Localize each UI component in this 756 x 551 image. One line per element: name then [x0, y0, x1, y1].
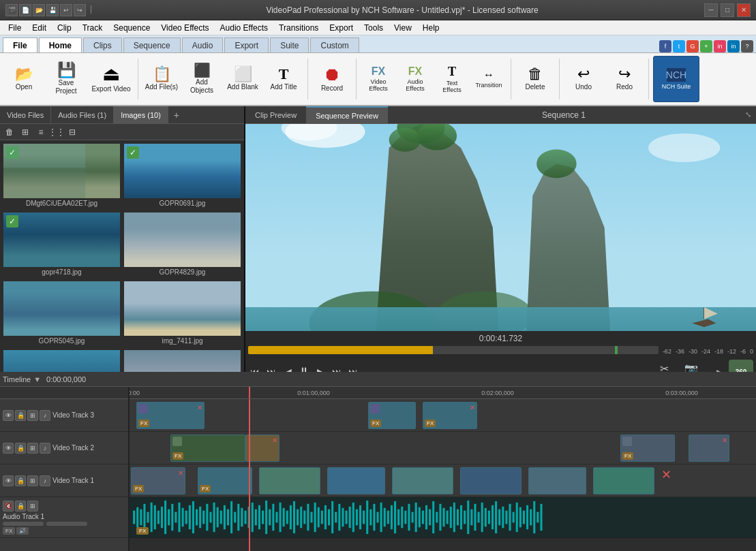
clip-delete-v2-far2[interactable]: ✕ — [722, 437, 727, 444]
media-item[interactable]: ✓ DMgt6CiUEAA02ET.jpg — [3, 143, 121, 209]
menu-clip[interactable]: Clip — [52, 22, 77, 34]
audio-effects-button[interactable]: FX Audio Effects — [397, 56, 433, 102]
redo-title-icon[interactable]: ↪ — [74, 4, 86, 16]
nch-suite-button[interactable]: NCH NCH Suite — [653, 56, 699, 102]
clip-v1-2[interactable]: FX — [198, 467, 252, 494]
tab-suite[interactable]: Suite — [270, 37, 309, 52]
track-mute-v2[interactable]: 👁 — [3, 443, 14, 454]
close-button[interactable]: ✕ — [737, 3, 751, 17]
clip-v2-far1[interactable]: FX — [620, 435, 675, 462]
track-lock-a1[interactable]: 🔒 — [15, 501, 26, 511]
preview-progress-bar[interactable] — [248, 346, 659, 354]
save-icon[interactable]: 💾 — [46, 4, 59, 16]
track-vol-v2[interactable]: ♪ — [40, 443, 50, 454]
record-button[interactable]: ⏺ Record — [312, 56, 352, 102]
open-icon[interactable]: 📂 — [33, 4, 45, 16]
video-effects-button[interactable]: FX Video Effects — [361, 56, 396, 102]
track-lock-v1[interactable]: 🔒 — [15, 475, 26, 486]
add-media-tab-button[interactable]: + — [168, 107, 185, 123]
help-social-icon[interactable]: ? — [741, 40, 753, 52]
track-grid-v3[interactable]: ⊞ — [27, 410, 38, 421]
text-effects-button[interactable]: T Text Effects — [434, 56, 470, 102]
clip-delete-v1-1[interactable]: ✕ — [178, 469, 183, 477]
tab-audio[interactable]: Audio — [182, 37, 224, 52]
track-vol-v3[interactable]: ♪ — [40, 410, 50, 421]
media-sort-tool[interactable]: ⊟ — [65, 125, 79, 139]
audio-vol-button[interactable]: 🔊 — [16, 527, 29, 535]
clip-v1-5[interactable] — [392, 467, 453, 494]
add-files-button[interactable]: 📋 Add File(s) — [142, 56, 181, 102]
maximize-button[interactable]: □ — [721, 3, 734, 17]
audio-vol-right[interactable] — [46, 522, 87, 526]
media-item[interactable] — [123, 349, 241, 372]
add-objects-button[interactable]: ⬛ Add Objects — [182, 56, 222, 102]
add-title-button[interactable]: T Add Title — [264, 56, 303, 102]
instagram-icon[interactable]: in — [714, 40, 726, 52]
minimize-button[interactable]: ─ — [704, 3, 718, 17]
google-icon[interactable]: G — [686, 40, 699, 52]
clip-v1-del[interactable]: ✕ — [661, 467, 671, 482]
media-item[interactable]: GOPR5045.jpg — [3, 281, 121, 347]
clip-fx-v1-1[interactable]: FX — [133, 485, 144, 492]
track-grid-a1[interactable]: ⊞ — [27, 501, 38, 511]
transition-button[interactable]: ↔ Transition — [471, 56, 506, 102]
clip-delete-v3-1[interactable]: ✕ — [197, 404, 202, 411]
menu-help[interactable]: Help — [417, 22, 445, 34]
menu-export[interactable]: Export — [324, 22, 359, 34]
tab-images[interactable]: Images (10) — [114, 106, 168, 124]
new-icon[interactable]: 📄 — [19, 4, 31, 16]
expand-preview-button[interactable]: ⤡ — [740, 107, 756, 123]
clip-v2-far2[interactable]: ✕ — [689, 435, 729, 462]
twitter-icon[interactable]: t — [673, 40, 685, 52]
tab-export[interactable]: Export — [224, 37, 269, 52]
clip-delete-v2-2[interactable]: ✕ — [272, 437, 277, 444]
tab-custom[interactable]: Custom — [310, 37, 359, 52]
clip-v3-3[interactable]: FX ✕ — [423, 402, 477, 429]
media-details-view-tool[interactable]: ⋮⋮ — [50, 125, 63, 139]
menu-track[interactable]: Track — [77, 22, 108, 34]
clip-fx-v1-2[interactable]: FX — [200, 485, 211, 492]
timeline-dropdown[interactable]: ▼ — [33, 375, 41, 383]
clip-fx-v3-3[interactable]: FX — [425, 420, 436, 427]
audio-vol-left[interactable] — [3, 522, 44, 526]
tab-clips[interactable]: Clips — [83, 37, 122, 52]
open-button[interactable]: 📂 Open — [4, 56, 44, 102]
clip-v3-2[interactable]: FX — [368, 402, 416, 429]
clip-v1-8[interactable] — [593, 467, 654, 494]
media-item[interactable] — [3, 349, 121, 372]
tab-video-files[interactable]: Video Files — [0, 106, 51, 124]
menu-edit[interactable]: Edit — [27, 22, 52, 34]
menu-sequence[interactable]: Sequence — [108, 22, 155, 34]
clip-v1-4[interactable] — [327, 467, 385, 494]
clip-fx-v2-far1[interactable]: FX — [622, 452, 633, 460]
track-mute-a1[interactable]: 🔇 — [3, 501, 14, 511]
clip-fx-v2-1[interactable]: FX — [172, 452, 183, 460]
track-vol-v1[interactable]: ♪ — [40, 475, 50, 486]
menu-transitions[interactable]: Transitions — [273, 22, 324, 34]
linkedin-icon[interactable]: in — [727, 40, 740, 52]
clip-v1-3[interactable] — [259, 467, 320, 494]
clip-v1-6[interactable] — [460, 467, 521, 494]
media-item[interactable]: img_7411.jpg — [123, 281, 241, 347]
clip-v2-1[interactable]: FX — [170, 435, 245, 462]
track-lock-v3[interactable]: 🔒 — [15, 410, 26, 421]
clip-v2-2[interactable]: ✕ — [245, 435, 279, 462]
media-list-view-tool[interactable]: ≡ — [34, 125, 48, 139]
clip-delete-v3-3[interactable]: ✕ — [470, 404, 475, 411]
media-item[interactable]: ✓ GOPR0691.jpg — [123, 143, 241, 209]
undo-button[interactable]: ↩ Undo — [564, 56, 603, 102]
menu-audio-effects[interactable]: Audio Effects — [215, 22, 274, 34]
tracks-area[interactable]: 0:00:00 0:01:00,000 0:02:00,000 0:03:00,… — [130, 387, 756, 551]
track-grid-v1[interactable]: ⊞ — [27, 475, 38, 486]
save-project-button[interactable]: 💾 Save Project — [45, 56, 87, 102]
tab-sequence-preview[interactable]: Sequence Preview — [306, 106, 388, 124]
redo-button[interactable]: ↪ Redo — [605, 56, 644, 102]
track-grid-v2[interactable]: ⊞ — [27, 443, 38, 454]
audio-fx-badge[interactable]: FX — [136, 527, 149, 535]
track-lock-v2[interactable]: 🔒 — [15, 443, 26, 454]
delete-button[interactable]: 🗑 Delete — [515, 56, 555, 102]
clip-v1-1[interactable]: FX ✕ — [131, 467, 185, 494]
menu-view[interactable]: View — [389, 22, 417, 34]
tab-sequence[interactable]: Sequence — [123, 37, 181, 52]
audio-fx-button[interactable]: FX — [3, 527, 15, 535]
